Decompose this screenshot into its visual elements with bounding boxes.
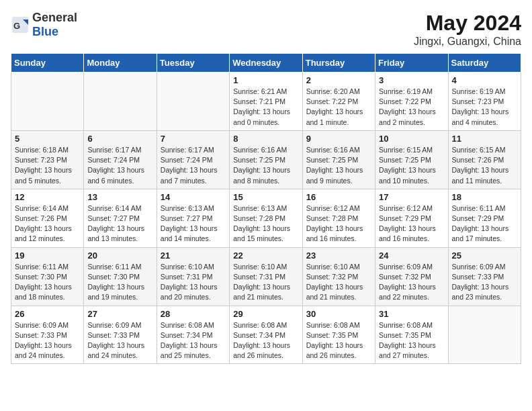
day-number: 19 xyxy=(15,250,80,261)
day-number: 16 xyxy=(306,192,371,202)
calendar-cell: 11Sunrise: 6:15 AMSunset: 7:26 PMDayligh… xyxy=(448,130,521,189)
day-number: 1 xyxy=(233,75,298,85)
day-number: 6 xyxy=(87,134,152,144)
cell-info: Sunrise: 6:11 AMSunset: 7:29 PMDaylight:… xyxy=(452,203,517,244)
calendar-cell: 24Sunrise: 6:09 AMSunset: 7:32 PMDayligh… xyxy=(375,247,448,306)
day-number: 8 xyxy=(233,134,298,144)
col-header-thursday: Thursday xyxy=(302,54,375,73)
cell-info: Sunrise: 6:21 AMSunset: 7:21 PMDaylight:… xyxy=(233,87,298,128)
week-row-1: 1Sunrise: 6:21 AMSunset: 7:21 PMDaylight… xyxy=(11,73,521,131)
cell-info: Sunrise: 6:12 AMSunset: 7:28 PMDaylight:… xyxy=(306,203,371,244)
calendar-cell: 4Sunrise: 6:19 AMSunset: 7:23 PMDaylight… xyxy=(448,73,521,131)
week-row-5: 26Sunrise: 6:09 AMSunset: 7:33 PMDayligh… xyxy=(11,306,521,364)
day-number: 20 xyxy=(87,250,152,261)
day-number: 4 xyxy=(452,75,517,85)
calendar-cell: 21Sunrise: 6:10 AMSunset: 7:31 PMDayligh… xyxy=(157,247,229,306)
day-number: 11 xyxy=(452,134,517,144)
day-number: 31 xyxy=(379,309,444,319)
day-number: 15 xyxy=(233,192,298,202)
calendar-cell: 6Sunrise: 6:17 AMSunset: 7:24 PMDaylight… xyxy=(84,130,157,189)
cell-info: Sunrise: 6:09 AMSunset: 7:32 PMDaylight:… xyxy=(379,262,444,303)
col-header-friday: Friday xyxy=(375,54,448,73)
cell-info: Sunrise: 6:14 AMSunset: 7:27 PMDaylight:… xyxy=(87,203,152,244)
calendar-cell: 13Sunrise: 6:14 AMSunset: 7:27 PMDayligh… xyxy=(84,189,157,247)
cell-info: Sunrise: 6:18 AMSunset: 7:23 PMDaylight:… xyxy=(15,145,80,186)
day-number: 12 xyxy=(15,192,80,202)
day-number: 18 xyxy=(452,192,517,202)
cell-info: Sunrise: 6:08 AMSunset: 7:34 PMDaylight:… xyxy=(233,320,298,361)
calendar-cell: 10Sunrise: 6:15 AMSunset: 7:25 PMDayligh… xyxy=(375,130,448,189)
calendar-cell: 8Sunrise: 6:16 AMSunset: 7:25 PMDaylight… xyxy=(230,130,302,189)
cell-info: Sunrise: 6:13 AMSunset: 7:27 PMDaylight:… xyxy=(161,203,226,244)
calendar-cell: 1Sunrise: 6:21 AMSunset: 7:21 PMDaylight… xyxy=(230,73,302,131)
day-number: 5 xyxy=(15,134,80,144)
calendar-cell xyxy=(84,73,157,131)
logo-blue: Blue xyxy=(32,25,58,38)
logo: G General Blue xyxy=(11,11,77,39)
calendar-table: SundayMondayTuesdayWednesdayThursdayFrid… xyxy=(11,53,521,364)
svg-text:G: G xyxy=(13,21,20,31)
day-number: 9 xyxy=(306,134,371,144)
col-header-wednesday: Wednesday xyxy=(230,54,302,73)
cell-info: Sunrise: 6:16 AMSunset: 7:25 PMDaylight:… xyxy=(233,145,298,186)
day-number: 13 xyxy=(87,192,152,202)
week-row-4: 19Sunrise: 6:11 AMSunset: 7:30 PMDayligh… xyxy=(11,247,521,306)
col-header-tuesday: Tuesday xyxy=(157,54,229,73)
cell-info: Sunrise: 6:11 AMSunset: 7:30 PMDaylight:… xyxy=(15,262,80,303)
logo-wordmark: General Blue xyxy=(32,11,77,39)
cell-info: Sunrise: 6:09 AMSunset: 7:33 PMDaylight:… xyxy=(452,262,517,303)
cell-info: Sunrise: 6:19 AMSunset: 7:23 PMDaylight:… xyxy=(452,87,517,128)
subtitle: Jingxi, Guangxi, China xyxy=(414,36,521,48)
header-row: SundayMondayTuesdayWednesdayThursdayFrid… xyxy=(11,54,521,73)
day-number: 24 xyxy=(379,250,444,261)
cell-info: Sunrise: 6:11 AMSunset: 7:30 PMDaylight:… xyxy=(87,262,152,303)
col-header-monday: Monday xyxy=(84,54,157,73)
calendar-cell: 16Sunrise: 6:12 AMSunset: 7:28 PMDayligh… xyxy=(302,189,375,247)
cell-info: Sunrise: 6:08 AMSunset: 7:35 PMDaylight:… xyxy=(306,320,371,361)
calendar-cell: 14Sunrise: 6:13 AMSunset: 7:27 PMDayligh… xyxy=(157,189,229,247)
calendar-cell xyxy=(11,73,84,131)
calendar-cell: 27Sunrise: 6:09 AMSunset: 7:33 PMDayligh… xyxy=(84,306,157,364)
day-number: 3 xyxy=(379,75,444,85)
cell-info: Sunrise: 6:14 AMSunset: 7:26 PMDaylight:… xyxy=(15,203,80,244)
calendar-cell: 23Sunrise: 6:10 AMSunset: 7:32 PMDayligh… xyxy=(302,247,375,306)
calendar-cell: 9Sunrise: 6:16 AMSunset: 7:25 PMDaylight… xyxy=(302,130,375,189)
cell-info: Sunrise: 6:15 AMSunset: 7:25 PMDaylight:… xyxy=(379,145,444,186)
cell-info: Sunrise: 6:17 AMSunset: 7:24 PMDaylight:… xyxy=(161,145,226,186)
calendar-cell: 15Sunrise: 6:13 AMSunset: 7:28 PMDayligh… xyxy=(230,189,302,247)
cell-info: Sunrise: 6:08 AMSunset: 7:35 PMDaylight:… xyxy=(379,320,444,361)
day-number: 10 xyxy=(379,134,444,144)
calendar-cell: 12Sunrise: 6:14 AMSunset: 7:26 PMDayligh… xyxy=(11,189,84,247)
calendar-cell: 17Sunrise: 6:12 AMSunset: 7:29 PMDayligh… xyxy=(375,189,448,247)
day-number: 17 xyxy=(379,192,444,202)
calendar-cell: 19Sunrise: 6:11 AMSunset: 7:30 PMDayligh… xyxy=(11,247,84,306)
week-row-3: 12Sunrise: 6:14 AMSunset: 7:26 PMDayligh… xyxy=(11,189,521,247)
cell-info: Sunrise: 6:10 AMSunset: 7:31 PMDaylight:… xyxy=(161,262,226,303)
cell-info: Sunrise: 6:16 AMSunset: 7:25 PMDaylight:… xyxy=(306,145,371,186)
day-number: 23 xyxy=(306,250,371,261)
cell-info: Sunrise: 6:08 AMSunset: 7:34 PMDaylight:… xyxy=(161,320,226,361)
calendar-cell: 30Sunrise: 6:08 AMSunset: 7:35 PMDayligh… xyxy=(302,306,375,364)
logo-icon: G xyxy=(11,15,30,34)
calendar-cell: 5Sunrise: 6:18 AMSunset: 7:23 PMDaylight… xyxy=(11,130,84,189)
day-number: 22 xyxy=(233,250,298,261)
day-number: 26 xyxy=(15,309,80,319)
day-number: 27 xyxy=(87,309,152,319)
cell-info: Sunrise: 6:09 AMSunset: 7:33 PMDaylight:… xyxy=(87,320,152,361)
cell-info: Sunrise: 6:13 AMSunset: 7:28 PMDaylight:… xyxy=(233,203,298,244)
calendar-cell: 26Sunrise: 6:09 AMSunset: 7:33 PMDayligh… xyxy=(11,306,84,364)
cell-info: Sunrise: 6:20 AMSunset: 7:22 PMDaylight:… xyxy=(306,87,371,128)
cell-info: Sunrise: 6:15 AMSunset: 7:26 PMDaylight:… xyxy=(452,145,517,186)
col-header-saturday: Saturday xyxy=(448,54,521,73)
col-header-sunday: Sunday xyxy=(11,54,84,73)
logo-general: General xyxy=(32,11,77,24)
day-number: 7 xyxy=(161,134,226,144)
calendar-cell: 2Sunrise: 6:20 AMSunset: 7:22 PMDaylight… xyxy=(302,73,375,131)
cell-info: Sunrise: 6:17 AMSunset: 7:24 PMDaylight:… xyxy=(87,145,152,186)
calendar-cell: 18Sunrise: 6:11 AMSunset: 7:29 PMDayligh… xyxy=(448,189,521,247)
cell-info: Sunrise: 6:10 AMSunset: 7:31 PMDaylight:… xyxy=(233,262,298,303)
day-number: 28 xyxy=(161,309,226,319)
header: G General Blue May 2024 Jingxi, Guangxi,… xyxy=(11,11,521,48)
cell-info: Sunrise: 6:12 AMSunset: 7:29 PMDaylight:… xyxy=(379,203,444,244)
calendar-cell: 22Sunrise: 6:10 AMSunset: 7:31 PMDayligh… xyxy=(230,247,302,306)
